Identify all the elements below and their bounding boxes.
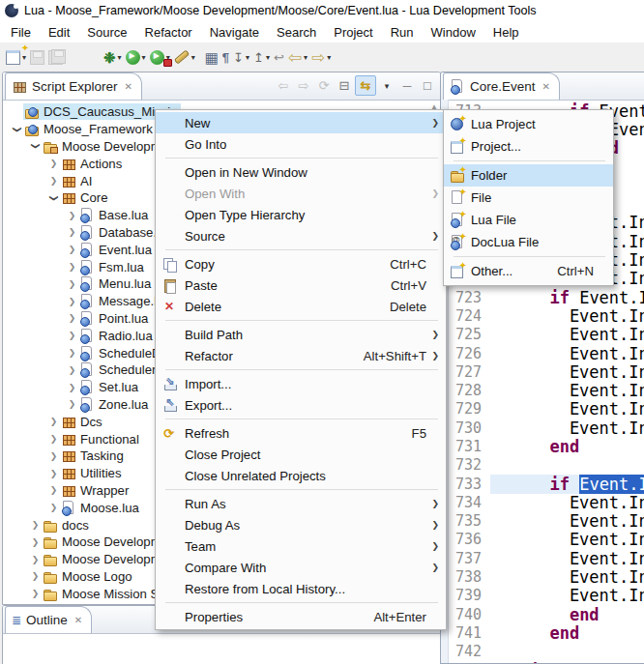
menu-item-delete[interactable]: ✕DeleteDelete xyxy=(156,296,446,317)
collapse-icon[interactable]: ❯ xyxy=(13,123,22,135)
view-menu-icon[interactable]: ▾ xyxy=(377,76,396,95)
new-wizard-button[interactable]: ✦▾ xyxy=(4,45,28,69)
menu-item-project[interactable]: ✦Project... xyxy=(444,135,613,158)
run-coverage-button[interactable]: ▾ xyxy=(148,45,172,69)
menu-refactor[interactable]: Refactor xyxy=(136,23,201,42)
expand-icon[interactable]: ❯ xyxy=(66,365,78,375)
menu-item-properties[interactable]: PropertiesAlt+Enter xyxy=(156,606,446,627)
expand-icon[interactable]: ❯ xyxy=(47,469,60,478)
expand-icon[interactable]: ❯ xyxy=(47,176,60,186)
collapse-icon[interactable]: ❯ xyxy=(31,140,41,153)
collapse-all-icon[interactable]: ⊟ xyxy=(335,76,354,95)
menu-edit[interactable]: Edit xyxy=(40,23,78,42)
prev-annotation-button[interactable]: ↥▾ xyxy=(251,45,272,69)
expand-icon[interactable]: ❯ xyxy=(47,434,60,444)
expand-icon[interactable]: ❯ xyxy=(47,451,60,461)
run-button[interactable]: ▾ xyxy=(124,45,148,69)
maximize-icon[interactable]: □ xyxy=(418,76,437,95)
menu-item-go-into[interactable]: Go Into xyxy=(156,133,446,155)
menu-item-folder[interactable]: ✦Folder xyxy=(444,164,613,187)
menu-item-build-path[interactable]: Build Path❯ xyxy=(156,324,446,345)
up-icon[interactable]: ⟳ xyxy=(314,76,334,95)
menu-search[interactable]: Search xyxy=(268,23,325,42)
back-icon[interactable]: ⇦ xyxy=(274,76,293,95)
expand-icon[interactable]: ❯ xyxy=(47,417,60,426)
menu-navigate[interactable]: Navigate xyxy=(201,23,268,42)
expand-icon[interactable]: ❯ xyxy=(66,262,78,272)
link-with-editor-icon[interactable]: ⇆ xyxy=(355,75,376,96)
tab-outline[interactable]: ≣ Outline ✕ xyxy=(5,606,92,633)
menu-item-team[interactable]: Team❯ xyxy=(156,535,446,557)
menu-window[interactable]: Window xyxy=(423,23,484,42)
back-button[interactable]: ⇦▾ xyxy=(286,45,309,69)
expand-icon[interactable]: ❯ xyxy=(66,399,78,409)
dropdown-icon[interactable]: ▾ xyxy=(304,53,307,62)
close-icon[interactable]: ✕ xyxy=(125,81,132,92)
menu-run[interactable]: Run xyxy=(382,23,423,42)
expand-icon[interactable]: ❯ xyxy=(29,589,42,598)
forward-button[interactable]: ⇨▾ xyxy=(309,45,333,69)
menu-item-close-project[interactable]: Close Project xyxy=(156,444,446,465)
expand-icon[interactable]: ❯ xyxy=(66,383,78,392)
menu-item-refactor[interactable]: RefactorAlt+Shift+T❯ xyxy=(156,345,446,366)
expand-icon[interactable]: ❯ xyxy=(29,537,42,547)
dropdown-icon[interactable]: ▾ xyxy=(191,53,195,62)
menu-item-open-in-new-window[interactable]: Open in New Window xyxy=(156,161,446,183)
dropdown-icon[interactable]: ▾ xyxy=(266,53,270,62)
expand-icon[interactable]: ❯ xyxy=(47,159,60,168)
next-annotation-button[interactable]: ↧▾ xyxy=(231,45,251,69)
menu-item-source[interactable]: Source❯ xyxy=(156,225,446,246)
expand-icon[interactable]: ❯ xyxy=(66,211,78,220)
dropdown-icon[interactable]: ▾ xyxy=(22,53,26,62)
menu-item-other[interactable]: ✦Other...Ctrl+N xyxy=(444,260,613,282)
save-button[interactable] xyxy=(28,45,46,69)
menu-item-lua-file[interactable]: ✦Lua File xyxy=(444,209,613,231)
menu-help[interactable]: Help xyxy=(484,23,528,42)
menu-source[interactable]: Source xyxy=(78,23,135,42)
menu-item-lua-project[interactable]: ✦Lua Project xyxy=(444,113,613,135)
expand-icon[interactable]: ❯ xyxy=(66,227,78,237)
expand-icon[interactable]: ❯ xyxy=(47,503,60,512)
menu-item-doclua-file[interactable]: @✦DocLua File xyxy=(444,231,613,253)
save-all-button[interactable] xyxy=(46,45,65,69)
dropdown-icon[interactable]: ▾ xyxy=(246,53,249,62)
menu-item-compare-with[interactable]: Compare With❯ xyxy=(156,557,446,578)
last-edit-location-button[interactable]: ↩ xyxy=(272,45,286,69)
expand-icon[interactable]: ❯ xyxy=(66,331,78,340)
expand-icon[interactable]: ❯ xyxy=(29,520,42,530)
menu-item-refresh[interactable]: ⟳RefreshF5 xyxy=(156,422,446,444)
show-whitespace-button[interactable]: ¶ xyxy=(220,45,231,69)
external-tools-button[interactable]: ▾ xyxy=(172,45,197,69)
tab-core-event[interactable]: Core.Event ✕ xyxy=(443,72,560,100)
menu-project[interactable]: Project xyxy=(325,23,381,42)
menu-item-open-type-hierarchy[interactable]: Open Type Hierarchy xyxy=(156,204,446,225)
expand-icon[interactable]: ❯ xyxy=(66,348,78,358)
expand-icon[interactable]: ❯ xyxy=(66,297,78,306)
dropdown-icon[interactable]: ▾ xyxy=(327,53,331,62)
menu-item-close-unrelated-projects[interactable]: Close Unrelated Projects xyxy=(156,465,446,486)
menu-item-file[interactable]: ✦File xyxy=(444,187,613,209)
debug-button[interactable]: ❉▾ xyxy=(102,45,124,69)
menu-item-run-as[interactable]: Run As❯ xyxy=(156,493,446,514)
expand-icon[interactable]: ❯ xyxy=(47,485,60,495)
close-icon[interactable]: ✕ xyxy=(74,615,82,625)
collapse-icon[interactable]: ❯ xyxy=(49,191,59,204)
dropdown-icon[interactable]: ▾ xyxy=(118,53,122,62)
dropdown-icon[interactable]: ▾ xyxy=(142,53,146,62)
menu-item-paste[interactable]: PasteCtrl+V xyxy=(156,274,446,296)
menu-item-open-with[interactable]: Open With❯ xyxy=(156,183,446,204)
menu-item-debug-as[interactable]: Debug As❯ xyxy=(156,514,446,535)
menu-item-copy[interactable]: CopyCtrl+C xyxy=(156,253,446,274)
expand-icon[interactable]: ❯ xyxy=(66,279,78,289)
menu-item-export[interactable]: ⇖Export... xyxy=(156,394,446,416)
menu-item-restore-from-local-history[interactable]: Restore from Local History... xyxy=(156,578,446,599)
forward-icon[interactable]: ⇨ xyxy=(294,76,313,95)
expand-icon[interactable]: ❯ xyxy=(66,313,78,323)
minimize-icon[interactable]: — xyxy=(397,76,417,95)
expand-icon[interactable]: ❯ xyxy=(66,245,78,254)
menu-item-import[interactable]: ⇘Import... xyxy=(156,373,446,394)
mark-occurrences-button[interactable]: ▦ xyxy=(203,45,220,69)
menu-file[interactable]: File xyxy=(2,23,40,42)
tab-script-explorer[interactable]: Script Explorer ✕ xyxy=(5,72,142,100)
expand-icon[interactable]: ❯ xyxy=(29,571,42,581)
